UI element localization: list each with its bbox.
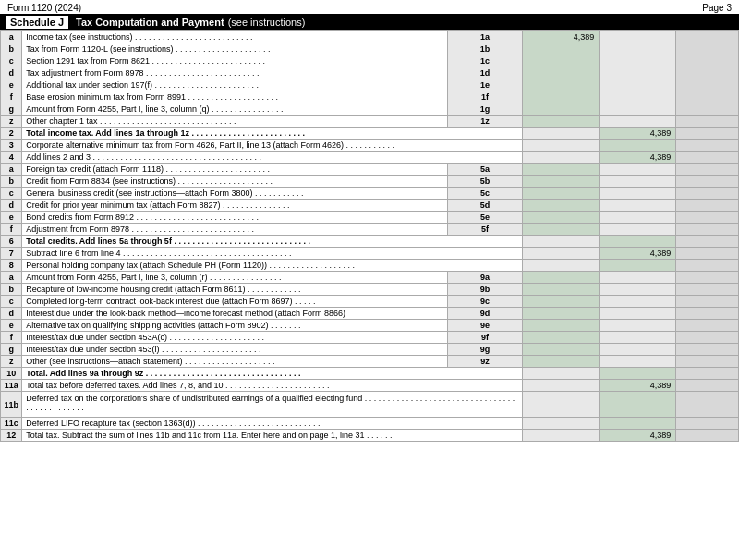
spacer-right	[676, 392, 739, 418]
empty-right-val	[676, 164, 739, 176]
empty-right-id	[600, 103, 676, 116]
table-row: b Recapture of low-income housing credit…	[1, 284, 739, 296]
row-line-id: 5b	[447, 176, 522, 188]
row-label: Bond credits from Form 8912 . . . . . . …	[22, 212, 447, 224]
input-cell-1[interactable]	[523, 103, 600, 116]
empty-right-id	[600, 176, 676, 188]
row-number: 2	[1, 128, 22, 140]
empty-right-id	[600, 308, 676, 320]
form-label: Form 1120 (2024)	[7, 3, 81, 13]
input-cell-1[interactable]	[523, 116, 600, 128]
empty-right-val	[676, 176, 739, 188]
table-row: 11c Deferred LIFO recapture tax (section…	[1, 418, 739, 430]
input-cell-1[interactable]	[523, 55, 600, 67]
empty-right-val	[676, 200, 739, 212]
row-number: 4	[1, 152, 22, 164]
page-number: Page 3	[702, 3, 732, 13]
input-cell-1[interactable]	[523, 284, 600, 296]
empty-right-val	[676, 296, 739, 308]
input-cell-1[interactable]	[523, 356, 600, 368]
table-row: 11b Deferred tax on the corporation's sh…	[1, 392, 739, 418]
row-line-id: 5d	[447, 200, 522, 212]
row-letter: c	[1, 55, 22, 67]
table-row: 2 Total income tax. Add lines 1a through…	[1, 128, 739, 140]
row-line-id: 5e	[447, 212, 522, 224]
row-label: Interest due under the look-back method—…	[22, 308, 447, 320]
schedule-label-box: Schedule J	[6, 16, 68, 29]
row-letter: b	[1, 284, 22, 296]
row-letter: a	[1, 272, 22, 284]
input-cell-1[interactable]	[523, 79, 600, 91]
input-cell-wide[interactable]	[600, 392, 676, 418]
input-cell-1[interactable]	[523, 188, 600, 200]
row-letter: a	[1, 164, 22, 176]
table-row: z Other (see instructions—attach stateme…	[1, 356, 739, 368]
input-cell-wide[interactable]	[600, 236, 676, 248]
row-letter: f	[1, 332, 22, 344]
table-row: e Alternative tax on qualifying shipping…	[1, 320, 739, 332]
table-row: e Bond credits from Form 8912 . . . . . …	[1, 212, 739, 224]
input-cell-1[interactable]	[523, 224, 600, 236]
table-row: a Foreign tax credit (attach Form 1118) …	[1, 164, 739, 176]
table-row: 12 Total tax. Subtract the sum of lines …	[1, 430, 739, 442]
row-line-id: 9z	[447, 356, 522, 368]
row-line-id: 1b	[447, 43, 522, 55]
input-cell-1[interactable]	[523, 296, 600, 308]
row-label: Alternative tax on qualifying shipping a…	[22, 320, 447, 332]
row-number: 10	[1, 368, 22, 380]
row-label-wide: Total income tax. Add lines 1a through 1…	[22, 128, 523, 140]
empty-right-val	[676, 67, 739, 79]
table-row: a Amount from Form 4255, Part I, line 3,…	[1, 272, 739, 284]
input-cell-1[interactable]	[523, 320, 600, 332]
empty-right-id	[600, 344, 676, 356]
table-row: e Additional tax under section 197(f) . …	[1, 79, 739, 91]
row-label: Adjustment from Form 8978 . . . . . . . …	[22, 224, 447, 236]
input-cell-1[interactable]	[523, 272, 600, 284]
row-label-wide: Total tax. Subtract the sum of lines 11b…	[22, 430, 523, 442]
empty-right-val	[676, 332, 739, 344]
row-label: Income tax (see instructions) . . . . . …	[22, 31, 447, 43]
empty-right-val	[676, 116, 739, 128]
input-cell-1[interactable]	[523, 344, 600, 356]
input-cell-wide[interactable]	[600, 368, 676, 380]
input-cell-wide[interactable]: 4,389	[600, 128, 676, 140]
page-header: Form 1120 (2024) Page 3	[0, 0, 739, 14]
row-number: 3	[1, 140, 22, 152]
spacer-right	[676, 380, 739, 392]
empty-right-id	[600, 200, 676, 212]
input-cell-1[interactable]	[523, 164, 600, 176]
row-letter: f	[1, 224, 22, 236]
row-letter: z	[1, 356, 22, 368]
table-row: c General business credit (see instructi…	[1, 188, 739, 200]
empty-right-val	[676, 308, 739, 320]
empty-right-id	[600, 296, 676, 308]
input-cell-wide[interactable]	[600, 140, 676, 152]
table-row: 8 Personal holding company tax (attach S…	[1, 260, 739, 272]
input-cell-wide[interactable]	[600, 260, 676, 272]
row-letter: f	[1, 91, 22, 103]
table-row: b Tax from Form 1120-L (see instructions…	[1, 43, 739, 55]
input-cell-1[interactable]	[523, 67, 600, 79]
row-letter: e	[1, 79, 22, 91]
input-cell-wide[interactable]: 4,389	[600, 248, 676, 260]
input-cell-wide[interactable]: 4,389	[600, 152, 676, 164]
input-cell-1[interactable]	[523, 200, 600, 212]
input-cell-1[interactable]	[523, 43, 600, 55]
row-number: 6	[1, 236, 22, 248]
input-cell-wide[interactable]: 4,389	[600, 430, 676, 442]
row-label: Interest/tax due under section 453A(c) .…	[22, 332, 447, 344]
row-label: Interest/tax due under section 453(l) . …	[22, 344, 447, 356]
input-cell-1[interactable]: 4,389	[523, 31, 600, 43]
row-label: Section 1291 tax from Form 8621 . . . . …	[22, 55, 447, 67]
input-cell-wide[interactable]: 4,389	[600, 380, 676, 392]
input-cell-1[interactable]	[523, 91, 600, 103]
input-cell-1[interactable]	[523, 332, 600, 344]
input-cell-1[interactable]	[523, 308, 600, 320]
empty-right-val	[676, 31, 739, 43]
input-cell-1[interactable]	[523, 212, 600, 224]
empty-right-val	[676, 79, 739, 91]
input-cell-wide[interactable]	[600, 418, 676, 430]
input-cell-1[interactable]	[523, 176, 600, 188]
row-label: Tax adjustment from Form 8978 . . . . . …	[22, 67, 447, 79]
row-label: Amount from Form 4255, Part I, line 3, c…	[22, 103, 447, 116]
